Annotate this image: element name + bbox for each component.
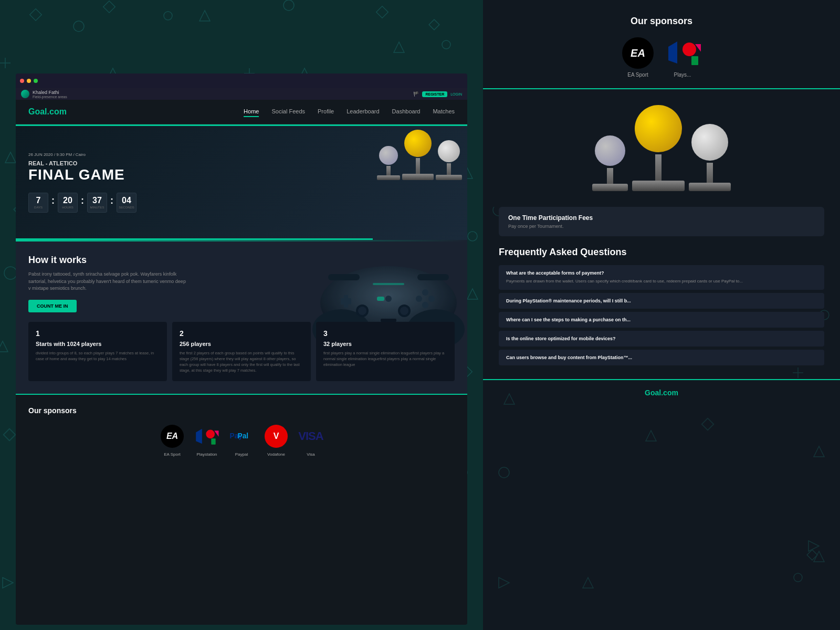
svg-rect-63 xyxy=(211,438,215,445)
faq-item-1[interactable]: What are the acceptable forms of payment… xyxy=(499,265,824,290)
svg-marker-64 xyxy=(214,430,218,437)
hero-date: 26 JUN 2020 / 9:30 PM / Cairo xyxy=(28,152,136,157)
minimize-dot[interactable] xyxy=(27,79,31,83)
days-label: DAYS xyxy=(34,206,43,209)
vodafone-logo-container: V xyxy=(263,423,289,449)
sponsor-ps: Playstation xyxy=(194,423,220,457)
rp-ea-name: EA Sport xyxy=(627,72,648,78)
svg-text:Pal: Pal xyxy=(238,432,249,440)
step-3-desc: first players play a normal single elimi… xyxy=(323,350,447,368)
faq-question-2: During PlayStation® maintenance periods,… xyxy=(506,298,817,303)
seconds-value: 04 xyxy=(122,196,131,205)
nav-home[interactable]: Home xyxy=(244,108,259,116)
paypal-logo-container: Pay Pal xyxy=(228,423,255,449)
how-it-works-desc: Pabst irony tattooed, synth sriracha sel… xyxy=(28,271,186,292)
paypal-logo: Pay Pal xyxy=(228,427,255,445)
faq-question-5: Can users browse and buy content from Pl… xyxy=(506,355,817,360)
faq-item-2[interactable]: During PlayStation® maintenance periods,… xyxy=(499,293,824,309)
register-button[interactable]: REGISTER xyxy=(422,91,447,97)
nav-matches[interactable]: Matches xyxy=(433,108,455,116)
faq-item-5[interactable]: Can users browse and buy content from Pl… xyxy=(499,350,824,365)
rp-footer-logo: Goal.com xyxy=(645,388,678,397)
faq-item-3[interactable]: Where can I see the steps to making a pu… xyxy=(499,312,824,328)
sponsor-visa: VISA Visa xyxy=(298,423,324,457)
rp-trophy-bronze xyxy=(592,135,628,191)
ps-logo xyxy=(194,423,220,449)
hero-main-title: FINAL GAME xyxy=(28,166,136,183)
ps-logo-container xyxy=(194,423,220,449)
svg-rect-3 xyxy=(429,19,439,30)
step-3: 3 32 players first players play a normal… xyxy=(316,322,455,381)
sponsors-section: Our sponsors EA EA Sport xyxy=(16,394,467,466)
close-dot[interactable] xyxy=(20,79,24,83)
ea-logo: EA xyxy=(161,425,184,448)
step-3-num: 3 xyxy=(323,329,447,338)
svg-marker-78 xyxy=(814,446,824,457)
step-1-title: Starts with 1024 players xyxy=(36,341,160,347)
svg-rect-69 xyxy=(807,550,817,560)
user-name: Khaled Fathi xyxy=(33,90,67,95)
step-2-num: 2 xyxy=(180,329,303,338)
step-1-num: 1 xyxy=(36,329,160,338)
count-me-in-button[interactable]: COUNT ME IN xyxy=(28,300,77,312)
faq-answer-1: Payments are drawn from the wallet. User… xyxy=(506,278,817,285)
site-nav: Goal.com Home Social Feeds Profile Leade… xyxy=(16,100,467,124)
rp-ps-logo xyxy=(664,37,701,69)
nav-leaderboard[interactable]: Leaderboard xyxy=(346,108,379,116)
sponsor-paypal: Pay Pal Paypal xyxy=(228,423,255,457)
paypal-sponsor-name: Paypal xyxy=(235,452,248,457)
visa-logo: VISA xyxy=(298,429,323,443)
sep-2: : xyxy=(81,195,84,206)
svg-marker-89 xyxy=(808,541,819,551)
maximize-dot[interactable] xyxy=(34,79,38,83)
svg-marker-25 xyxy=(0,341,8,352)
svg-point-13 xyxy=(4,267,17,279)
rp-sponsor-ea: EA EA Sport xyxy=(622,37,654,78)
faq-question-1: What are the acceptable forms of payment… xyxy=(506,270,817,276)
svg-marker-21 xyxy=(394,42,404,52)
countdown-hours: 20 HOURS xyxy=(58,193,78,213)
nav-dashboard[interactable]: Dashboard xyxy=(392,108,421,116)
site-logo: Goal.com xyxy=(28,107,67,117)
footer-logo-text: Goal xyxy=(645,388,661,397)
trophy-gold xyxy=(402,130,434,180)
svg-rect-1 xyxy=(103,1,116,13)
rp-sponsors-section: Our sponsors EA EA Sport xyxy=(483,0,840,89)
svg-marker-76 xyxy=(646,430,656,441)
rp-sponsors-row: EA EA Sport Plays... xyxy=(499,37,824,78)
how-it-works-title: How it works xyxy=(28,255,455,266)
svg-marker-91 xyxy=(668,41,677,64)
rp-ea-logo: EA xyxy=(622,37,654,69)
step-2-title: 256 players xyxy=(180,341,303,347)
minutes-label: MINUTES xyxy=(90,206,104,209)
svg-rect-2 xyxy=(376,6,388,18)
rp-sponsor-ps: Plays... xyxy=(664,37,701,78)
step-1-desc: divided into groups of 8, so each player… xyxy=(36,350,160,362)
trophies-group xyxy=(377,130,462,180)
visa-sponsor-name: Visa xyxy=(307,452,314,457)
countdown-minutes: 37 MINUTES xyxy=(87,193,107,213)
rp-footer: Goal.com xyxy=(483,379,840,405)
rp-trophy-gold xyxy=(632,105,685,191)
fee-title: One Time Participation Fees xyxy=(508,214,815,222)
right-panel: Our sponsors EA EA Sport xyxy=(483,0,840,630)
step-1: 1 Starts with 1024 players divided into … xyxy=(28,322,167,381)
nav-links: Home Social Feeds Profile Leaderboard Da… xyxy=(244,108,455,116)
faq-item-4[interactable]: Is the online store optimized for mobile… xyxy=(499,331,824,346)
svg-marker-19 xyxy=(200,10,210,21)
faq-question-3: Where can I see the steps to making a pu… xyxy=(506,317,817,322)
nav-social-feeds[interactable]: Social Feeds xyxy=(271,108,305,116)
svg-marker-40 xyxy=(3,578,13,588)
sep-1: : xyxy=(51,195,55,206)
vodafone-text: V xyxy=(274,432,279,441)
visa-logo-container: VISA xyxy=(298,423,324,449)
rp-sponsors-title: Our sponsors xyxy=(499,16,824,27)
footer-logo-tld: .com xyxy=(661,388,678,397)
vodafone-logo: V xyxy=(265,425,288,448)
login-button[interactable]: LOGIN xyxy=(450,92,462,96)
nav-profile[interactable]: Profile xyxy=(318,108,334,116)
svg-marker-26 xyxy=(467,289,478,299)
rp-trophy-silver xyxy=(689,124,731,191)
countdown-seconds: 04 SECONDS xyxy=(117,193,136,213)
faq-section: Frequently Asked Questions What are the … xyxy=(483,247,840,379)
